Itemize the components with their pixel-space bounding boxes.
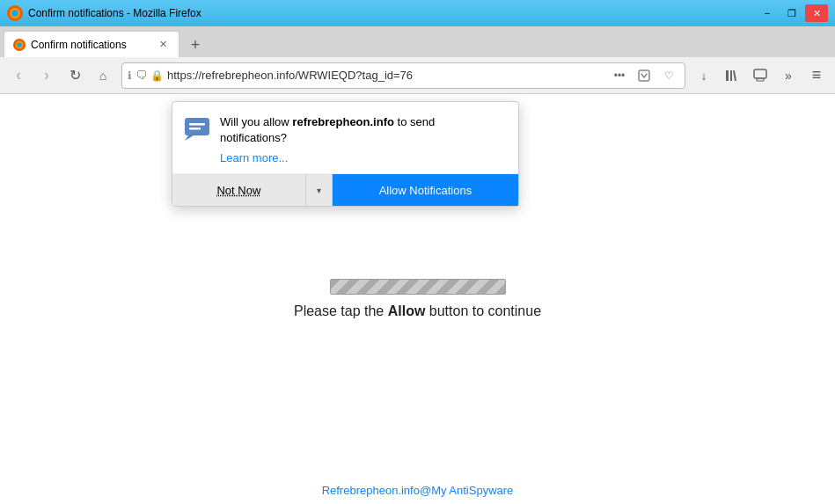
dropdown-chevron-icon: ▾: [317, 186, 321, 195]
not-now-dropdown-button[interactable]: ▾: [306, 174, 333, 206]
not-now-label: Not Now: [216, 184, 260, 197]
toolbar-right: ↓ » ≡: [691, 62, 830, 89]
overflow-button[interactable]: »: [775, 62, 802, 89]
popup-message-domain: refrebrepheon.info: [292, 115, 394, 128]
window-title: Confirm notifications - Mozilla Firefox: [28, 7, 201, 19]
bookmark-button[interactable]: ♡: [658, 65, 679, 86]
refresh-button[interactable]: ↻: [62, 62, 88, 89]
svg-point-5: [18, 42, 22, 47]
toolbar: ‹ › ↻ ⌂ ℹ 🗨 🔒 https://refrebrepheon.info…: [0, 57, 835, 94]
lock-icon: 🔒: [150, 69, 164, 82]
learn-more-link[interactable]: Learn more...: [220, 151, 288, 164]
not-now-button[interactable]: Not Now: [172, 174, 306, 206]
back-button[interactable]: ‹: [5, 62, 32, 89]
tabbar: Confirm notifications ✕ +: [0, 26, 835, 57]
fake-progress-bar: [330, 279, 506, 295]
popup-text: Will you allow refrebrepheon.info to sen…: [220, 114, 504, 164]
popup-chat-icon: [183, 114, 211, 142]
chat-bubble-icon: [183, 114, 211, 142]
info-icon: ℹ: [128, 69, 132, 82]
allow-notifications-button[interactable]: Allow Notifications: [333, 174, 518, 206]
firefox-logo-icon: [7, 5, 23, 21]
window-controls: − ❐ ✕: [756, 4, 828, 22]
svg-point-2: [12, 11, 18, 17]
titlebar: Confirm notifications - Mozilla Firefox …: [0, 0, 835, 26]
notification-popup: Will you allow refrebrepheon.info to sen…: [172, 101, 519, 207]
popup-actions: Not Now ▾ Allow Notifications: [172, 173, 518, 206]
svg-rect-15: [189, 128, 201, 130]
library-icon: [725, 69, 739, 83]
popup-message-prefix: Will you allow: [220, 115, 292, 128]
downloads-button[interactable]: ↓: [691, 62, 717, 89]
menu-button[interactable]: ≡: [803, 62, 830, 89]
forward-button[interactable]: ›: [33, 62, 60, 89]
synced-tabs-button[interactable]: [747, 62, 773, 89]
svg-marker-13: [185, 135, 194, 141]
pocket-icon: [638, 69, 650, 82]
url-display: https://refrebrepheon.info/WRWIEQD?tag_i…: [167, 69, 605, 82]
synced-tabs-icon: [753, 69, 767, 83]
svg-rect-6: [639, 70, 649, 81]
more-tools-button[interactable]: •••: [609, 65, 630, 86]
svg-rect-11: [757, 78, 764, 81]
library-button[interactable]: [719, 62, 745, 89]
instruction-prefix: Please tap the: [294, 303, 388, 318]
close-button[interactable]: ✕: [805, 4, 828, 22]
footer-link[interactable]: Refrebrepheon.info@My AntiSpyware: [322, 484, 514, 497]
new-tab-button[interactable]: +: [183, 33, 208, 57]
tab-close-button[interactable]: ✕: [156, 38, 170, 52]
restore-button[interactable]: ❐: [780, 4, 803, 22]
svg-rect-10: [754, 69, 766, 78]
svg-rect-7: [726, 70, 729, 81]
notification-icon: 🗨: [136, 69, 147, 82]
instruction-suffix: button to continue: [425, 303, 541, 318]
address-bar[interactable]: ℹ 🗨 🔒 https://refrebrepheon.info/WRWIEQD…: [121, 62, 685, 89]
page-content: Will you allow refrebrepheon.info to sen…: [0, 94, 835, 504]
active-tab[interactable]: Confirm notifications ✕: [4, 31, 179, 57]
svg-rect-9: [733, 69, 736, 80]
popup-message: Will you allow refrebrepheon.info to sen…: [220, 114, 504, 146]
tab-label: Confirm notifications: [31, 39, 150, 51]
page-instruction: Please tap the Allow button to continue: [294, 303, 541, 319]
instruction-bold: Allow: [388, 303, 426, 318]
page-footer: Refrebrepheon.info@My AntiSpyware: [0, 477, 835, 504]
tab-favicon-icon: [13, 39, 26, 51]
svg-rect-12: [185, 118, 209, 135]
popup-body: Will you allow refrebrepheon.info to sen…: [172, 102, 518, 173]
pocket-button: [634, 65, 655, 86]
svg-rect-14: [189, 123, 205, 126]
home-button[interactable]: ⌂: [90, 62, 116, 89]
minimize-button[interactable]: −: [756, 4, 779, 22]
svg-rect-8: [730, 70, 732, 81]
